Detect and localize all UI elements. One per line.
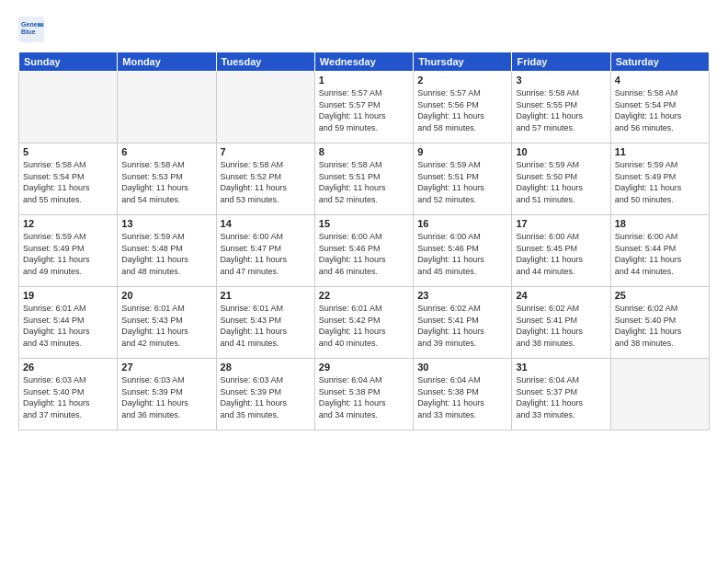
col-header-friday: Friday xyxy=(512,52,610,72)
calendar-cell: 29Sunrise: 6:04 AM Sunset: 5:38 PM Dayli… xyxy=(314,359,413,431)
day-number: 12 xyxy=(23,218,113,229)
day-info: Sunrise: 5:58 AM Sunset: 5:52 PM Dayligh… xyxy=(221,159,311,205)
day-info: Sunrise: 5:57 AM Sunset: 5:57 PM Dayligh… xyxy=(319,87,409,133)
calendar-cell: 14Sunrise: 6:00 AM Sunset: 5:47 PM Dayli… xyxy=(216,215,314,287)
day-number: 2 xyxy=(417,75,507,86)
week-row-2: 12Sunrise: 5:59 AM Sunset: 5:49 PM Dayli… xyxy=(19,215,710,287)
day-info: Sunrise: 6:00 AM Sunset: 5:47 PM Dayligh… xyxy=(221,231,311,277)
calendar-cell: 7Sunrise: 5:58 AM Sunset: 5:52 PM Daylig… xyxy=(216,144,314,215)
day-info: Sunrise: 6:02 AM Sunset: 5:41 PM Dayligh… xyxy=(417,303,507,349)
day-number: 4 xyxy=(615,75,705,86)
col-header-tuesday: Tuesday xyxy=(216,52,314,72)
day-number: 8 xyxy=(319,146,409,157)
calendar-cell: 19Sunrise: 6:01 AM Sunset: 5:44 PM Dayli… xyxy=(19,287,118,359)
calendar-cell: 18Sunrise: 6:00 AM Sunset: 5:44 PM Dayli… xyxy=(610,215,709,287)
day-info: Sunrise: 6:01 AM Sunset: 5:44 PM Dayligh… xyxy=(23,303,113,349)
day-info: Sunrise: 6:02 AM Sunset: 5:40 PM Dayligh… xyxy=(615,303,705,349)
day-number: 30 xyxy=(417,362,507,373)
day-number: 15 xyxy=(319,218,409,229)
calendar-cell xyxy=(118,72,216,144)
calendar-cell: 17Sunrise: 6:00 AM Sunset: 5:45 PM Dayli… xyxy=(512,215,610,287)
day-info: Sunrise: 5:58 AM Sunset: 5:54 PM Dayligh… xyxy=(615,87,705,133)
day-number: 21 xyxy=(221,290,311,301)
day-info: Sunrise: 6:03 AM Sunset: 5:39 PM Dayligh… xyxy=(221,374,311,420)
day-number: 13 xyxy=(121,218,211,229)
day-number: 11 xyxy=(615,146,705,157)
day-info: Sunrise: 6:00 AM Sunset: 5:46 PM Dayligh… xyxy=(319,231,409,277)
calendar-cell: 5Sunrise: 5:58 AM Sunset: 5:54 PM Daylig… xyxy=(19,144,118,215)
day-info: Sunrise: 6:04 AM Sunset: 5:38 PM Dayligh… xyxy=(319,374,409,420)
day-number: 17 xyxy=(516,218,606,229)
calendar-header-row: SundayMondayTuesdayWednesdayThursdayFrid… xyxy=(19,52,710,72)
calendar-cell: 10Sunrise: 5:59 AM Sunset: 5:50 PM Dayli… xyxy=(512,144,610,215)
day-info: Sunrise: 5:58 AM Sunset: 5:54 PM Dayligh… xyxy=(23,159,113,205)
calendar-cell: 8Sunrise: 5:58 AM Sunset: 5:51 PM Daylig… xyxy=(314,144,413,215)
week-row-1: 5Sunrise: 5:58 AM Sunset: 5:54 PM Daylig… xyxy=(19,144,710,215)
day-info: Sunrise: 6:01 AM Sunset: 5:42 PM Dayligh… xyxy=(319,303,409,349)
day-number: 27 xyxy=(121,362,211,373)
day-number: 1 xyxy=(319,75,409,86)
col-header-saturday: Saturday xyxy=(610,52,709,72)
day-info: Sunrise: 6:00 AM Sunset: 5:46 PM Dayligh… xyxy=(417,231,507,277)
calendar-cell: 4Sunrise: 5:58 AM Sunset: 5:54 PM Daylig… xyxy=(610,72,709,144)
svg-text:Blue: Blue xyxy=(21,29,35,35)
day-number: 26 xyxy=(23,362,113,373)
logo-icon: General Blue xyxy=(18,17,44,42)
calendar-cell: 21Sunrise: 6:01 AM Sunset: 5:43 PM Dayli… xyxy=(216,287,314,359)
day-info: Sunrise: 6:03 AM Sunset: 5:39 PM Dayligh… xyxy=(121,374,211,420)
day-info: Sunrise: 6:03 AM Sunset: 5:40 PM Dayligh… xyxy=(23,374,113,420)
day-number: 5 xyxy=(23,146,113,157)
day-info: Sunrise: 6:01 AM Sunset: 5:43 PM Dayligh… xyxy=(121,303,211,349)
week-row-0: 1Sunrise: 5:57 AM Sunset: 5:57 PM Daylig… xyxy=(19,72,710,144)
day-info: Sunrise: 6:00 AM Sunset: 5:44 PM Dayligh… xyxy=(615,231,705,277)
day-info: Sunrise: 6:00 AM Sunset: 5:45 PM Dayligh… xyxy=(516,231,606,277)
day-number: 7 xyxy=(221,146,311,157)
day-info: Sunrise: 5:59 AM Sunset: 5:50 PM Dayligh… xyxy=(516,159,606,205)
header: General Blue xyxy=(18,17,710,42)
calendar-cell xyxy=(216,72,314,144)
day-info: Sunrise: 5:58 AM Sunset: 5:55 PM Dayligh… xyxy=(516,87,606,133)
calendar-cell: 31Sunrise: 6:04 AM Sunset: 5:37 PM Dayli… xyxy=(512,359,610,431)
day-info: Sunrise: 5:57 AM Sunset: 5:56 PM Dayligh… xyxy=(417,87,507,133)
calendar-cell: 12Sunrise: 5:59 AM Sunset: 5:49 PM Dayli… xyxy=(19,215,118,287)
day-info: Sunrise: 5:59 AM Sunset: 5:48 PM Dayligh… xyxy=(121,231,211,277)
calendar-cell: 1Sunrise: 5:57 AM Sunset: 5:57 PM Daylig… xyxy=(314,72,413,144)
day-number: 9 xyxy=(417,146,507,157)
col-header-monday: Monday xyxy=(118,52,216,72)
col-header-thursday: Thursday xyxy=(414,52,512,72)
calendar-cell: 13Sunrise: 5:59 AM Sunset: 5:48 PM Dayli… xyxy=(118,215,216,287)
calendar-cell: 11Sunrise: 5:59 AM Sunset: 5:49 PM Dayli… xyxy=(610,144,709,215)
logo: General Blue xyxy=(18,17,48,42)
day-number: 14 xyxy=(221,218,311,229)
calendar-page: General Blue SundayMondayTuesdayWednesda… xyxy=(0,0,728,563)
day-number: 29 xyxy=(319,362,409,373)
calendar-cell: 15Sunrise: 6:00 AM Sunset: 5:46 PM Dayli… xyxy=(314,215,413,287)
day-number: 6 xyxy=(121,146,211,157)
day-info: Sunrise: 5:59 AM Sunset: 5:51 PM Dayligh… xyxy=(417,159,507,205)
calendar-cell: 16Sunrise: 6:00 AM Sunset: 5:46 PM Dayli… xyxy=(414,215,512,287)
calendar-cell: 30Sunrise: 6:04 AM Sunset: 5:38 PM Dayli… xyxy=(414,359,512,431)
day-number: 31 xyxy=(516,362,606,373)
calendar-cell: 22Sunrise: 6:01 AM Sunset: 5:42 PM Dayli… xyxy=(314,287,413,359)
calendar-cell: 27Sunrise: 6:03 AM Sunset: 5:39 PM Dayli… xyxy=(118,359,216,431)
day-info: Sunrise: 6:04 AM Sunset: 5:37 PM Dayligh… xyxy=(516,374,606,420)
day-number: 3 xyxy=(516,75,606,86)
calendar-cell: 6Sunrise: 5:58 AM Sunset: 5:53 PM Daylig… xyxy=(118,144,216,215)
day-number: 10 xyxy=(516,146,606,157)
calendar-cell xyxy=(610,359,709,431)
calendar-cell: 28Sunrise: 6:03 AM Sunset: 5:39 PM Dayli… xyxy=(216,359,314,431)
day-number: 19 xyxy=(23,290,113,301)
day-info: Sunrise: 5:58 AM Sunset: 5:51 PM Dayligh… xyxy=(319,159,409,205)
week-row-4: 26Sunrise: 6:03 AM Sunset: 5:40 PM Dayli… xyxy=(19,359,710,431)
day-info: Sunrise: 5:59 AM Sunset: 5:49 PM Dayligh… xyxy=(615,159,705,205)
day-info: Sunrise: 5:58 AM Sunset: 5:53 PM Dayligh… xyxy=(121,159,211,205)
day-number: 20 xyxy=(121,290,211,301)
calendar-cell: 9Sunrise: 5:59 AM Sunset: 5:51 PM Daylig… xyxy=(414,144,512,215)
calendar-cell xyxy=(19,72,118,144)
day-number: 22 xyxy=(319,290,409,301)
col-header-sunday: Sunday xyxy=(19,52,118,72)
calendar-cell: 23Sunrise: 6:02 AM Sunset: 5:41 PM Dayli… xyxy=(414,287,512,359)
calendar-cell: 20Sunrise: 6:01 AM Sunset: 5:43 PM Dayli… xyxy=(118,287,216,359)
calendar-cell: 3Sunrise: 5:58 AM Sunset: 5:55 PM Daylig… xyxy=(512,72,610,144)
col-header-wednesday: Wednesday xyxy=(314,52,413,72)
